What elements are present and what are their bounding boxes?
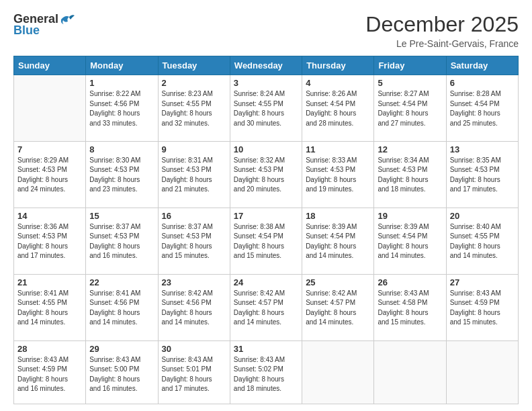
day-info: Sunrise: 8:28 AM Sunset: 4:54 PM Dayligh… <box>450 89 515 128</box>
calendar-cell: 30Sunrise: 8:43 AM Sunset: 5:01 PM Dayli… <box>158 340 230 404</box>
header: General Blue December 2025 Le Pre-Saint-… <box>13 12 519 49</box>
calendar-cell: 12Sunrise: 8:34 AM Sunset: 4:53 PM Dayli… <box>374 141 446 208</box>
calendar-cell: 31Sunrise: 8:43 AM Sunset: 5:02 PM Dayli… <box>230 340 302 404</box>
calendar-cell: 2Sunrise: 8:23 AM Sunset: 4:55 PM Daylig… <box>158 75 230 142</box>
calendar-table: SundayMondayTuesdayWednesdayThursdayFrid… <box>13 56 519 404</box>
day-number: 28 <box>17 344 82 354</box>
day-info: Sunrise: 8:43 AM Sunset: 5:01 PM Dayligh… <box>162 355 226 394</box>
calendar-header-row: SundayMondayTuesdayWednesdayThursdayFrid… <box>14 56 519 75</box>
day-number: 23 <box>162 277 226 287</box>
calendar-header-friday: Friday <box>374 56 446 75</box>
day-info: Sunrise: 8:36 AM Sunset: 4:53 PM Dayligh… <box>17 222 82 261</box>
calendar-cell: 21Sunrise: 8:41 AM Sunset: 4:55 PM Dayli… <box>14 274 86 340</box>
day-info: Sunrise: 8:43 AM Sunset: 4:59 PM Dayligh… <box>450 289 515 328</box>
calendar-cell: 6Sunrise: 8:28 AM Sunset: 4:54 PM Daylig… <box>446 75 518 142</box>
calendar-cell: 14Sunrise: 8:36 AM Sunset: 4:53 PM Dayli… <box>14 208 86 274</box>
day-number: 14 <box>17 211 82 221</box>
calendar-cell: 22Sunrise: 8:41 AM Sunset: 4:56 PM Dayli… <box>86 274 158 340</box>
calendar-week-row: 14Sunrise: 8:36 AM Sunset: 4:53 PM Dayli… <box>14 208 519 274</box>
day-number: 9 <box>162 144 226 154</box>
day-number: 5 <box>378 78 442 88</box>
calendar-cell: 15Sunrise: 8:37 AM Sunset: 4:53 PM Dayli… <box>86 208 158 274</box>
calendar-cell: 5Sunrise: 8:27 AM Sunset: 4:54 PM Daylig… <box>374 75 446 142</box>
day-info: Sunrise: 8:40 AM Sunset: 4:55 PM Dayligh… <box>450 222 515 261</box>
day-number: 31 <box>234 344 298 354</box>
day-info: Sunrise: 8:39 AM Sunset: 4:54 PM Dayligh… <box>378 222 442 261</box>
day-info: Sunrise: 8:37 AM Sunset: 4:53 PM Dayligh… <box>162 222 226 261</box>
day-number: 2 <box>162 78 226 88</box>
day-number: 3 <box>234 78 298 88</box>
day-number: 20 <box>450 211 515 221</box>
day-info: Sunrise: 8:29 AM Sunset: 4:53 PM Dayligh… <box>17 156 82 195</box>
calendar-cell: 24Sunrise: 8:42 AM Sunset: 4:57 PM Dayli… <box>230 274 302 340</box>
day-info: Sunrise: 8:42 AM Sunset: 4:57 PM Dayligh… <box>306 289 370 328</box>
calendar-cell: 28Sunrise: 8:43 AM Sunset: 4:59 PM Dayli… <box>14 340 86 404</box>
calendar-header-tuesday: Tuesday <box>158 56 230 75</box>
day-number: 17 <box>234 211 298 221</box>
location: Le Pre-Saint-Gervais, France <box>365 38 519 49</box>
day-number: 22 <box>89 277 154 287</box>
day-info: Sunrise: 8:27 AM Sunset: 4:54 PM Dayligh… <box>378 89 442 128</box>
day-number: 21 <box>17 277 82 287</box>
day-info: Sunrise: 8:35 AM Sunset: 4:53 PM Dayligh… <box>450 156 515 195</box>
calendar-cell: 18Sunrise: 8:39 AM Sunset: 4:54 PM Dayli… <box>302 208 374 274</box>
calendar-week-row: 7Sunrise: 8:29 AM Sunset: 4:53 PM Daylig… <box>14 141 519 208</box>
day-info: Sunrise: 8:43 AM Sunset: 4:58 PM Dayligh… <box>378 289 442 328</box>
day-number: 7 <box>17 144 82 154</box>
calendar-header-saturday: Saturday <box>446 56 518 75</box>
calendar-cell: 16Sunrise: 8:37 AM Sunset: 4:53 PM Dayli… <box>158 208 230 274</box>
calendar-cell <box>446 340 518 404</box>
calendar-cell: 9Sunrise: 8:31 AM Sunset: 4:53 PM Daylig… <box>158 141 230 208</box>
day-info: Sunrise: 8:23 AM Sunset: 4:55 PM Dayligh… <box>162 89 226 128</box>
calendar-cell: 29Sunrise: 8:43 AM Sunset: 5:00 PM Dayli… <box>86 340 158 404</box>
day-number: 19 <box>378 211 442 221</box>
day-info: Sunrise: 8:42 AM Sunset: 4:56 PM Dayligh… <box>162 289 226 328</box>
day-number: 11 <box>306 144 370 154</box>
calendar-cell <box>302 340 374 404</box>
day-info: Sunrise: 8:32 AM Sunset: 4:53 PM Dayligh… <box>234 156 298 195</box>
day-info: Sunrise: 8:41 AM Sunset: 4:55 PM Dayligh… <box>17 289 82 328</box>
day-info: Sunrise: 8:26 AM Sunset: 4:54 PM Dayligh… <box>306 89 370 128</box>
day-number: 27 <box>450 277 515 287</box>
day-info: Sunrise: 8:30 AM Sunset: 4:53 PM Dayligh… <box>89 156 154 195</box>
day-number: 24 <box>234 277 298 287</box>
day-number: 13 <box>450 144 515 154</box>
calendar-week-row: 28Sunrise: 8:43 AM Sunset: 4:59 PM Dayli… <box>14 340 519 404</box>
calendar-week-row: 21Sunrise: 8:41 AM Sunset: 4:55 PM Dayli… <box>14 274 519 340</box>
calendar-cell: 17Sunrise: 8:38 AM Sunset: 4:54 PM Dayli… <box>230 208 302 274</box>
day-info: Sunrise: 8:22 AM Sunset: 4:56 PM Dayligh… <box>89 89 154 128</box>
day-info: Sunrise: 8:43 AM Sunset: 5:00 PM Dayligh… <box>89 355 154 394</box>
day-info: Sunrise: 8:31 AM Sunset: 4:53 PM Dayligh… <box>162 156 226 195</box>
calendar-cell: 8Sunrise: 8:30 AM Sunset: 4:53 PM Daylig… <box>86 141 158 208</box>
day-info: Sunrise: 8:34 AM Sunset: 4:53 PM Dayligh… <box>378 156 442 195</box>
logo-blue-text: Blue <box>13 24 40 38</box>
calendar-cell: 26Sunrise: 8:43 AM Sunset: 4:58 PM Dayli… <box>374 274 446 340</box>
calendar-cell: 19Sunrise: 8:39 AM Sunset: 4:54 PM Dayli… <box>374 208 446 274</box>
day-number: 12 <box>378 144 442 154</box>
calendar-cell: 23Sunrise: 8:42 AM Sunset: 4:56 PM Dayli… <box>158 274 230 340</box>
day-number: 26 <box>378 277 442 287</box>
calendar-cell: 10Sunrise: 8:32 AM Sunset: 4:53 PM Dayli… <box>230 141 302 208</box>
day-number: 18 <box>306 211 370 221</box>
calendar-cell: 4Sunrise: 8:26 AM Sunset: 4:54 PM Daylig… <box>302 75 374 142</box>
day-number: 4 <box>306 78 370 88</box>
day-number: 15 <box>89 211 154 221</box>
day-number: 30 <box>162 344 226 354</box>
logo: General Blue <box>13 12 75 38</box>
calendar-header-monday: Monday <box>86 56 158 75</box>
day-info: Sunrise: 8:42 AM Sunset: 4:57 PM Dayligh… <box>234 289 298 328</box>
day-info: Sunrise: 8:43 AM Sunset: 4:59 PM Dayligh… <box>17 355 82 394</box>
calendar-cell: 11Sunrise: 8:33 AM Sunset: 4:53 PM Dayli… <box>302 141 374 208</box>
day-info: Sunrise: 8:38 AM Sunset: 4:54 PM Dayligh… <box>234 222 298 261</box>
day-number: 29 <box>89 344 154 354</box>
calendar-cell <box>374 340 446 404</box>
day-number: 8 <box>89 144 154 154</box>
day-info: Sunrise: 8:39 AM Sunset: 4:54 PM Dayligh… <box>306 222 370 261</box>
day-info: Sunrise: 8:37 AM Sunset: 4:53 PM Dayligh… <box>89 222 154 261</box>
day-info: Sunrise: 8:33 AM Sunset: 4:53 PM Dayligh… <box>306 156 370 195</box>
page: General Blue December 2025 Le Pre-Saint-… <box>0 0 532 411</box>
day-info: Sunrise: 8:43 AM Sunset: 5:02 PM Dayligh… <box>234 355 298 394</box>
day-number: 16 <box>162 211 226 221</box>
day-info: Sunrise: 8:24 AM Sunset: 4:55 PM Dayligh… <box>234 89 298 128</box>
day-number: 6 <box>450 78 515 88</box>
